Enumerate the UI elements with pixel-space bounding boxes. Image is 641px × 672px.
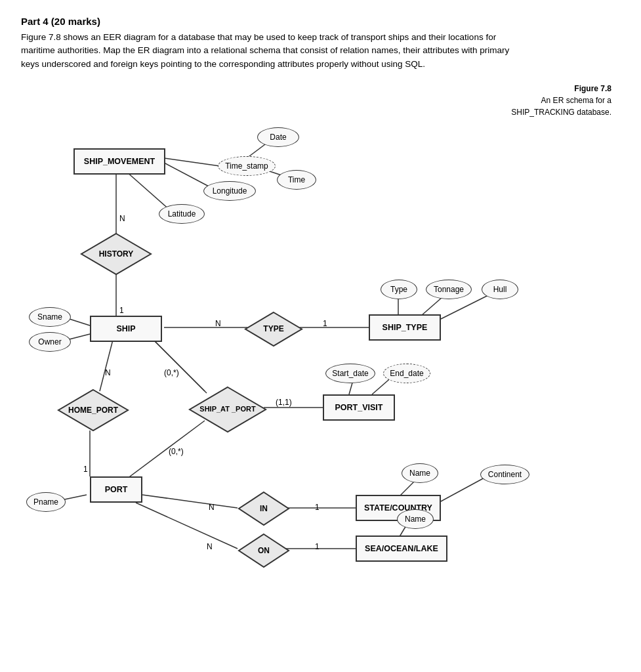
- card-in-n: N: [209, 503, 215, 512]
- svg-marker-35: [239, 534, 289, 567]
- attr-time-stamp: Time_stamp: [218, 156, 276, 176]
- card-home-port-1: 1: [83, 465, 88, 474]
- attr-end-date: End_date: [383, 364, 430, 383]
- svg-line-26: [441, 476, 487, 501]
- page-title: Part 4 (20 marks): [21, 16, 620, 27]
- attr-pname: Pname: [26, 492, 66, 512]
- attr-name-sea: Name: [397, 509, 434, 529]
- attr-latitude: Latitude: [159, 204, 205, 224]
- rel-ship-at-port: SHIP_AT _PORT: [188, 386, 267, 433]
- card-ship-at-port-visit: (1,1): [276, 398, 292, 407]
- svg-marker-32: [58, 390, 128, 430]
- svg-line-14: [100, 340, 113, 391]
- svg-line-16: [152, 339, 205, 391]
- entity-ship: SHIP: [90, 316, 162, 342]
- svg-marker-33: [190, 387, 266, 432]
- attr-longitude: Longitude: [203, 181, 256, 201]
- attr-owner: Owner: [29, 332, 71, 352]
- svg-line-8: [126, 171, 171, 211]
- card-on-n: N: [207, 542, 213, 551]
- card-type-1: 1: [323, 319, 327, 328]
- svg-marker-34: [239, 492, 289, 525]
- entity-port: PORT: [90, 476, 142, 503]
- attr-continent: Continent: [480, 465, 529, 484]
- attr-type: Type: [381, 280, 417, 299]
- card-on-1: 1: [315, 542, 320, 551]
- attr-name-state: Name: [402, 463, 438, 483]
- card-history-1: 1: [119, 306, 124, 315]
- svg-marker-30: [81, 234, 151, 274]
- entity-sea-ocean-lake: SEA/OCEAN/LAKE: [356, 536, 447, 562]
- attr-date: Date: [257, 127, 299, 147]
- card-home-port-n: N: [105, 368, 111, 377]
- svg-line-3: [164, 163, 211, 188]
- svg-line-17: [154, 341, 207, 393]
- rel-history: HISTORY: [80, 232, 152, 276]
- attr-sname: Sname: [29, 307, 71, 327]
- rel-in: IN: [238, 491, 290, 526]
- svg-marker-31: [245, 312, 302, 346]
- attr-hull: Hull: [482, 280, 518, 299]
- card-type-n: N: [215, 319, 221, 328]
- attr-tonnage: Tonnage: [426, 280, 472, 299]
- card-in-1: 1: [315, 503, 320, 512]
- attr-time: Time: [277, 170, 316, 190]
- attr-start-date: Start_date: [325, 364, 375, 383]
- header-description: Figure 7.8 shows an EER diagram for a da…: [21, 31, 520, 71]
- svg-line-27: [136, 503, 238, 549]
- rel-type: TYPE: [244, 311, 303, 347]
- card-history-n: N: [119, 214, 125, 223]
- rel-home-port: HOME_PORT: [57, 388, 129, 432]
- entity-port-visit: PORT_VISIT: [323, 394, 395, 421]
- diagram-area: Figure 7.8 An ER schema for a SHIP_TRACK…: [21, 83, 611, 562]
- card-ship-at-port-port: (0,*): [169, 447, 184, 456]
- svg-line-23: [142, 495, 238, 508]
- card-ship-at-port-ship: (0,*): [164, 368, 179, 377]
- entity-ship-movement: SHIP_MOVEMENT: [73, 148, 165, 175]
- entity-ship-type: SHIP_TYPE: [369, 314, 441, 341]
- svg-line-0: [164, 158, 224, 167]
- figure-caption: Figure 7.8 An ER schema for a SHIP_TRACK…: [511, 83, 611, 118]
- rel-on: ON: [238, 533, 290, 568]
